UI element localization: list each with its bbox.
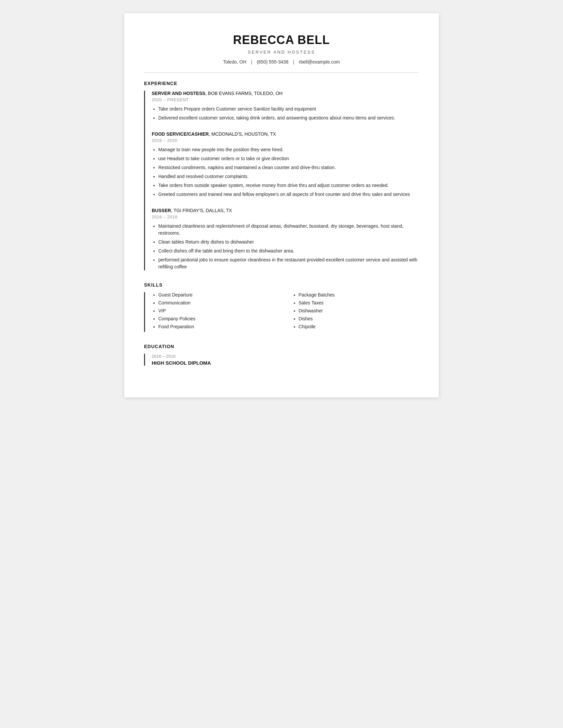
skill-left-5: Food Preparation: [158, 324, 279, 329]
job-title-line-2: FOOD SERVICE/CASHIER, MCDONALD'S, HOUSTO…: [152, 131, 419, 137]
skills-right-col: Package Batches Sales Taxes Dishwasher D…: [292, 292, 419, 332]
job-bullets-1: Take orders Prepare orders Customer serv…: [152, 106, 419, 121]
candidate-title: SERVER AND HOSTESS: [144, 50, 419, 55]
job-company-1: BOB EVANS FARMS, TOLEDO, OH: [208, 91, 283, 96]
skills-section-title: SKILLS: [144, 282, 419, 288]
bullet-3-1: Maintained cleanliness and replenishment…: [158, 223, 419, 237]
bullet-1-1: Take orders Prepare orders Customer serv…: [158, 106, 419, 113]
skill-right-4: Dishes: [299, 316, 419, 321]
skill-left-2: Communication: [158, 300, 279, 305]
job-title-comma-3: ,: [171, 208, 172, 213]
job-entry-1: SERVER AND HOSTESS, BOB EVANS FARMS, TOL…: [152, 91, 419, 121]
experience-section: EXPERIENCE SERVER AND HOSTESS, BOB EVANS…: [144, 81, 419, 270]
bullet-2-4: Handled and resolved customer complaints…: [158, 173, 419, 180]
resume-header: REBECCA BELL SERVER AND HOSTESS Toledo, …: [144, 33, 419, 65]
experience-section-title: EXPERIENCE: [144, 81, 419, 86]
separator-2: |: [293, 59, 295, 65]
job-title-line-1: SERVER AND HOSTESS, BOB EVANS FARMS, TOL…: [152, 91, 419, 96]
skill-right-5: Chipotle: [299, 324, 419, 329]
edu-entry-1: 2016 – 2016 HIGH SCHOOL DIPLOMA: [152, 354, 419, 366]
bullet-3-3: Collect dishes off the table and bring t…: [158, 248, 419, 254]
skill-right-3: Dishwasher: [299, 308, 419, 313]
skill-right-2: Sales Taxes: [299, 300, 419, 305]
candidate-name: REBECCA BELL: [144, 33, 419, 47]
skill-right-1: Package Batches: [299, 292, 419, 297]
bullet-1-2: Delivered excellent customer service, ta…: [158, 114, 419, 121]
bullet-2-3: Restocked condiments, napkins and mainta…: [158, 164, 419, 171]
job-company-2: MCDONALD'S, HOUSTON, TX: [211, 131, 276, 137]
education-section-title: EDUCATION: [144, 344, 419, 349]
job-title-line-3: BUSSER, TGI FRIDAY'S, DALLAS, TX: [152, 208, 419, 213]
skill-left-3: VIP: [158, 308, 279, 313]
bullet-3-4: performed janitorial jobs to ensure supe…: [158, 256, 419, 270]
bullet-3-2: Clean tables Return dirty dishes to dish…: [158, 239, 419, 246]
job-company-3: TGI FRIDAY'S, DALLAS, TX: [173, 208, 232, 213]
job-bullets-2: Manage to train new people into the posi…: [152, 146, 419, 198]
education-content: 2016 – 2016 HIGH SCHOOL DIPLOMA: [144, 354, 419, 366]
job-bullets-3: Maintained cleanliness and replenishment…: [152, 223, 419, 270]
header-divider: [144, 72, 419, 73]
edu-dates-1: 2016 – 2016: [152, 354, 419, 359]
separator-1: |: [251, 59, 252, 65]
bullet-2-5: Take orders from outside speaker system,…: [158, 182, 419, 189]
bullet-2-6: Greeted customers and trained new and fe…: [158, 191, 419, 198]
candidate-phone: (850) 555-3438: [257, 59, 289, 65]
job-title-comma-1: ,: [205, 91, 207, 96]
skills-content: Guest Departure Communication VIP Compan…: [144, 292, 419, 332]
skill-left-1: Guest Departure: [158, 292, 279, 297]
job-dates-3: 2016 – 2018: [152, 214, 419, 219]
skills-section: SKILLS Guest Departure Communication VIP…: [144, 282, 419, 332]
experience-content: SERVER AND HOSTESS, BOB EVANS FARMS, TOL…: [144, 91, 419, 270]
candidate-email: rbell@example.com: [299, 59, 340, 65]
resume-page: REBECCA BELL SERVER AND HOSTESS Toledo, …: [124, 13, 439, 397]
education-section: EDUCATION 2016 – 2016 HIGH SCHOOL DIPLOM…: [144, 344, 419, 366]
job-title-2: FOOD SERVICE/CASHIER: [152, 131, 209, 137]
skills-left-col: Guest Departure Communication VIP Compan…: [152, 292, 279, 332]
job-title-3: BUSSER: [152, 208, 171, 213]
candidate-location: Toledo, OH: [223, 59, 246, 65]
job-dates-1: 2020 – PRESENT: [152, 97, 419, 102]
bullet-2-1: Manage to train new people into the posi…: [158, 146, 419, 153]
skills-columns: Guest Departure Communication VIP Compan…: [152, 292, 419, 332]
bullet-2-2: use Headset to take customer orders or t…: [158, 155, 419, 162]
skill-left-4: Company Policies: [158, 316, 279, 321]
candidate-contact: Toledo, OH | (850) 555-3438 | rbell@exam…: [144, 59, 419, 65]
edu-degree-1: HIGH SCHOOL DIPLOMA: [152, 360, 419, 366]
job-entry-3: BUSSER, TGI FRIDAY'S, DALLAS, TX 2016 – …: [152, 208, 419, 270]
job-title-1: SERVER AND HOSTESS: [152, 91, 205, 96]
job-title-comma-2: ,: [209, 131, 210, 137]
job-dates-2: 2018 – 2020: [152, 138, 419, 143]
job-entry-2: FOOD SERVICE/CASHIER, MCDONALD'S, HOUSTO…: [152, 131, 419, 198]
